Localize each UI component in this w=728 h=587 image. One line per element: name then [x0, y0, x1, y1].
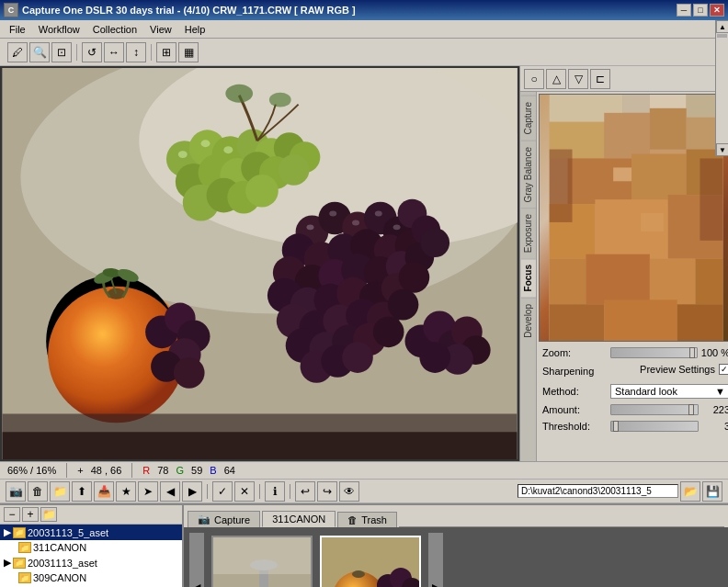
tab-capture[interactable]: Capture [521, 96, 536, 141]
import-btn[interactable]: 📥 [94, 481, 114, 502]
menu-help[interactable]: Help [179, 22, 211, 37]
tree-item-3[interactable]: 📁 309CANON [0, 570, 182, 585]
cross-btn[interactable]: ✕ [234, 481, 255, 502]
svg-rect-114 [550, 304, 605, 341]
thumbnail-2-image[interactable] [320, 536, 421, 588]
tree-folder-btn[interactable]: 📁 [40, 507, 57, 522]
tab-311canon[interactable]: 311CANON [262, 511, 336, 527]
bottom-panel: − + 📁 ▶ 📁 20031113_5_aset 📁 311CANON ▶ 📁… [0, 503, 728, 587]
rotate-left-button[interactable]: ↺ [82, 42, 102, 62]
svg-rect-101 [604, 113, 650, 159]
info-btn[interactable]: ℹ [265, 481, 285, 502]
method-value: Standard look [615, 386, 677, 397]
thumbnail-1-image[interactable] [211, 536, 313, 588]
right-tool-3[interactable]: ▽ [568, 69, 588, 89]
method-dropdown[interactable]: Standard look ▼ [610, 384, 728, 399]
close-button[interactable]: ✕ [710, 4, 724, 17]
crop-tool-button[interactable]: ⊡ [51, 42, 72, 62]
tree-label-0: 20031113_5_aset [28, 527, 108, 538]
folder-icon-0: 📁 [13, 527, 26, 538]
folder-open-btn[interactable]: 📂 [680, 481, 700, 502]
zoom-slider[interactable] [610, 347, 698, 358]
undo-btn[interactable]: ↩ [295, 481, 315, 502]
r-label: R [142, 465, 150, 476]
tab-gray-balance[interactable]: Gray Balance [521, 141, 536, 209]
nav-right-btn[interactable]: ▶ [182, 481, 202, 502]
tree-label-1: 311CANON [33, 542, 86, 553]
svg-rect-120 [700, 158, 722, 240]
tab-develop[interactable]: Develop [521, 298, 536, 344]
amount-label: Amount: [542, 404, 607, 415]
svg-rect-113 [696, 259, 723, 305]
svg-point-69 [223, 146, 233, 153]
tab-exposure[interactable]: Exposure [521, 208, 536, 258]
camera-btn[interactable]: 📷 [6, 481, 26, 502]
scroll-left-button[interactable]: ◀ [189, 533, 204, 587]
fruit-image [2, 68, 518, 459]
main-toolbar: 🖊 🔍 ⊡ ↺ ↔ ↕ ⊞ ▦ [0, 39, 728, 66]
preview-settings-checkbox[interactable]: ✓ [719, 364, 728, 375]
svg-rect-119 [550, 150, 573, 222]
tree-item-0[interactable]: ▶ 📁 20031113_5_aset [0, 525, 182, 540]
tab-focus[interactable]: Focus [521, 258, 536, 297]
trash-tab-label: Trash [361, 514, 387, 525]
right-tool-4[interactable]: ⊏ [590, 69, 610, 89]
r-value: 78 [157, 465, 168, 476]
tree-collapse-btn[interactable]: − [4, 507, 20, 522]
threshold-slider-thumb[interactable] [613, 421, 619, 432]
folder-up-btn[interactable]: ⬆ [72, 481, 92, 502]
svg-point-36 [388, 289, 419, 321]
svg-rect-116 [677, 304, 723, 341]
main-image-area[interactable] [0, 66, 519, 461]
tree-header: − + 📁 [0, 505, 182, 525]
grid-button[interactable]: ⊞ [156, 42, 176, 62]
maximize-button[interactable]: □ [693, 4, 708, 17]
menu-view[interactable]: View [144, 22, 177, 37]
redo-btn[interactable]: ↪ [317, 481, 337, 502]
zoom-tool-button[interactable]: 🔍 [29, 42, 50, 62]
export-btn[interactable]: 💾 [702, 481, 722, 502]
flip-v-button[interactable]: ↕ [126, 42, 146, 62]
btoolbar-sep-3 [290, 484, 290, 499]
menu-file[interactable]: File [4, 22, 31, 37]
tab-capture[interactable]: 📷 Capture [188, 511, 260, 527]
levels-button[interactable]: ▦ [178, 42, 199, 62]
scroll-right-button[interactable]: ▶ [428, 533, 443, 587]
right-tool-2[interactable]: △ [546, 69, 566, 89]
main-image-viewport[interactable] [2, 68, 518, 459]
checkmark-btn[interactable]: ✓ [212, 481, 233, 502]
tree-item-2[interactable]: ▶ 📁 20031113_aset [0, 555, 182, 570]
nav-left-btn[interactable]: ◀ [160, 481, 180, 502]
tree-new-btn[interactable]: + [22, 507, 39, 522]
menu-collection[interactable]: Collection [87, 22, 142, 37]
preview-btn[interactable]: 👁 [339, 481, 359, 502]
sharpening-label: Sharpening [542, 366, 607, 377]
window-controls: ─ □ ✕ [677, 4, 724, 17]
threshold-slider[interactable] [610, 421, 699, 432]
delete-btn[interactable]: 🗑 [28, 481, 48, 502]
preview-settings-label: Preview Settings [640, 364, 715, 375]
amount-slider[interactable] [610, 404, 699, 415]
minimize-button[interactable]: ─ [677, 4, 691, 17]
tree-expand-0: ▶ [4, 526, 11, 538]
tree-expand-2: ▶ [4, 557, 11, 569]
menu-workflow[interactable]: Workflow [33, 22, 85, 37]
thumbnail-2[interactable]: CRW_1171.CRW [320, 536, 421, 588]
svg-point-68 [201, 140, 210, 147]
right-tool-1[interactable]: ○ [524, 69, 544, 89]
flip-h-button[interactable]: ↔ [104, 42, 124, 62]
zoom-slider-thumb[interactable] [689, 347, 695, 358]
folder-new-btn[interactable]: 📁 [50, 481, 70, 502]
amount-slider-thumb[interactable] [688, 404, 694, 415]
thumbnail-1[interactable]: CRW_1156.CRW [211, 536, 313, 588]
path-input[interactable] [518, 484, 678, 498]
b-label: B [210, 465, 216, 476]
status-sep-2 [131, 463, 132, 478]
eyedropper-tool-button[interactable]: 🖊 [7, 42, 28, 62]
folder-icon-3: 📁 [18, 572, 31, 583]
arrow-btn[interactable]: ➤ [138, 481, 158, 502]
tree-item-1[interactable]: 📁 311CANON [0, 540, 182, 555]
star-btn[interactable]: ★ [116, 481, 136, 502]
svg-point-67 [178, 151, 188, 158]
tab-trash[interactable]: 🗑 Trash [337, 512, 397, 527]
